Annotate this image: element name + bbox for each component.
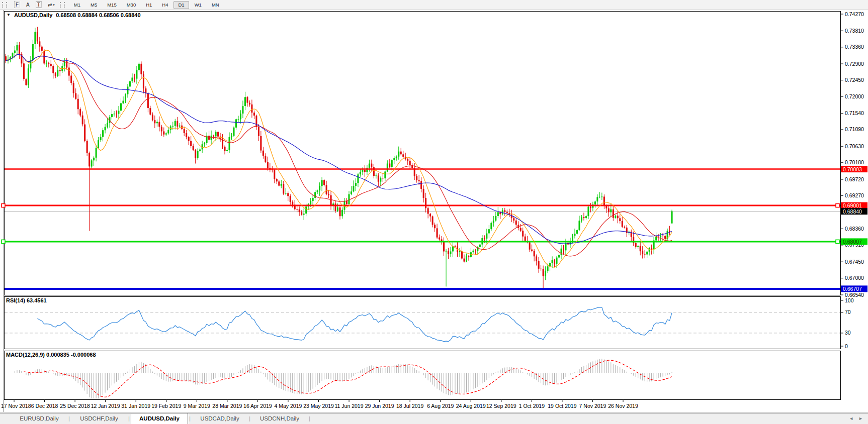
price-tick-label: 0.70180 bbox=[845, 159, 864, 165]
arrange-arrows-icon[interactable]: ⇄▾ bbox=[45, 1, 58, 9]
chart-symbol-label: AUDUSD,Daily bbox=[14, 12, 52, 18]
template-f-icon[interactable]: F bbox=[11, 1, 23, 9]
chart-canvas[interactable]: 0.742700.738100.733600.729000.724500.720… bbox=[0, 0, 868, 413]
date-tick-label: 29 Jun 2019 bbox=[365, 403, 394, 409]
toolbar-grip[interactable] bbox=[2, 2, 7, 8]
date-tick-label: 4 May 2019 bbox=[275, 403, 302, 409]
toolbar-separator bbox=[60, 2, 65, 8]
timeframe-m1-button[interactable]: M1 bbox=[69, 1, 85, 9]
date-tick-label: 6 Dec 2018 bbox=[31, 403, 58, 409]
price-tick-label: 0.73810 bbox=[845, 28, 864, 34]
top-toolbar: FAT⇄▾ M1M5M15M30H1H4D1W1MN bbox=[0, 0, 868, 10]
date-tick-label: 19 Oct 2019 bbox=[548, 403, 576, 409]
chart-tabs: EURUSD,Daily|USDCHF,Daily|AUDUSD,Daily|U… bbox=[0, 413, 868, 424]
tab-separator: | bbox=[248, 413, 251, 424]
hline-handle[interactable] bbox=[2, 204, 5, 207]
price-tick-label: 0.74270 bbox=[845, 11, 864, 17]
tab-usdcad[interactable]: USDCAD,Daily bbox=[192, 413, 248, 424]
date-tick-label: 28 Mar 2019 bbox=[212, 403, 242, 409]
svg-text:0.69001: 0.69001 bbox=[843, 202, 862, 208]
hline-handle[interactable] bbox=[2, 240, 5, 243]
tab-audusd[interactable]: AUDUSD,Daily bbox=[131, 413, 188, 424]
macd-panel-frame bbox=[5, 351, 841, 400]
collapse-triangle-icon[interactable]: ▼ bbox=[7, 13, 11, 17]
price-tick-label: 0.69720 bbox=[845, 176, 864, 182]
date-tick-label: 23 May 2019 bbox=[303, 403, 334, 409]
tab-eurusd[interactable]: EURUSD,Daily bbox=[11, 413, 67, 424]
svg-text:0.68007: 0.68007 bbox=[843, 239, 862, 245]
timeframe-m5-button[interactable]: M5 bbox=[86, 1, 102, 9]
tab-separator: | bbox=[67, 413, 71, 424]
price-tick-label: 0.72900 bbox=[845, 61, 864, 67]
date-tick-label: 26 Nov 2019 bbox=[608, 403, 638, 409]
date-tick-label: 16 Apr 2019 bbox=[243, 403, 272, 409]
arrange-arrows-icon: ⇄ bbox=[48, 2, 52, 8]
date-tick-label: 12 Jan 2019 bbox=[91, 403, 120, 409]
price-tick-label: 0.73360 bbox=[845, 44, 864, 50]
toolbar-tools: FAT⇄▾ bbox=[11, 1, 58, 9]
svg-text:0.68840: 0.68840 bbox=[843, 208, 862, 215]
tab-separator: | bbox=[188, 413, 192, 424]
tab-scroll-left-icon[interactable]: ◄ bbox=[849, 416, 853, 421]
timeframe-d1-button[interactable]: D1 bbox=[173, 1, 189, 9]
price-tick-label: 0.71540 bbox=[845, 110, 864, 116]
date-tick-label: 24 Aug 2019 bbox=[456, 403, 486, 409]
rsi-tick-label: 0 bbox=[845, 343, 848, 349]
timeframe-mn-button[interactable]: MN bbox=[207, 1, 224, 9]
price-tick-label: 0.67000 bbox=[845, 275, 864, 281]
rsi-panel-frame bbox=[5, 297, 841, 349]
date-tick-label: 11 Jun 2019 bbox=[335, 403, 364, 409]
date-tick-label: 6 Aug 2019 bbox=[427, 403, 454, 409]
price-axis[interactable]: 0.742700.738100.733600.729000.724500.720… bbox=[841, 11, 864, 349]
date-tick-label: 18 Jul 2019 bbox=[396, 403, 423, 409]
tab-usdcnh[interactable]: USDCNH,Daily bbox=[251, 413, 308, 424]
price-tick-label: 0.68360 bbox=[845, 226, 864, 232]
text-box-icon: T bbox=[36, 2, 42, 8]
timeframe-h4-button[interactable]: H4 bbox=[157, 1, 172, 9]
rsi-tick-label: 30 bbox=[845, 330, 851, 336]
dropdown-caret-icon[interactable]: ▾ bbox=[53, 3, 55, 7]
template-f-icon: F bbox=[14, 2, 20, 8]
date-tick-label: 12 Sep 2019 bbox=[486, 403, 516, 409]
chart-title: ▼ AUDUSD,Daily 0.68508 0.68884 0.68506 0… bbox=[7, 12, 141, 18]
timeframe-h1-button[interactable]: H1 bbox=[141, 1, 156, 9]
date-tick-label: 7 Nov 2019 bbox=[579, 403, 606, 409]
rsi-indicator-label: RSI(14) 63.4561 bbox=[6, 297, 47, 303]
tab-separator: | bbox=[127, 413, 131, 424]
price-tick-label: 0.72000 bbox=[845, 93, 864, 99]
date-tick-label: 31 Jan 2019 bbox=[121, 403, 150, 409]
rsi-tick-label: 70 bbox=[845, 309, 851, 315]
date-tick-label: 1 Oct 2019 bbox=[519, 403, 545, 409]
date-tick-label: 17 Nov 2018 bbox=[1, 403, 31, 409]
timeframe-m15-button[interactable]: M15 bbox=[103, 1, 121, 9]
svg-text:0.66707: 0.66707 bbox=[843, 286, 862, 292]
chart-ohlc-values: 0.68508 0.68884 0.68506 0.68840 bbox=[56, 12, 140, 18]
tab-scroll-right-icon[interactable]: ► bbox=[858, 416, 863, 421]
toolbar-timeframes: M1M5M15M30H1H4D1W1MN bbox=[69, 1, 224, 9]
svg-text:0.70003: 0.70003 bbox=[843, 166, 862, 172]
price-tick-label: 0.72450 bbox=[845, 77, 864, 83]
annotate-text-a-icon[interactable]: A bbox=[23, 1, 33, 9]
text-box-icon[interactable]: T bbox=[33, 1, 45, 9]
hline-handle[interactable] bbox=[836, 204, 839, 207]
hline-handle[interactable] bbox=[836, 240, 839, 243]
date-tick-label: 19 Feb 2019 bbox=[151, 403, 181, 409]
date-tick-label: 25 Dec 2018 bbox=[60, 403, 90, 409]
tab-usdchf[interactable]: USDCHF,Daily bbox=[71, 413, 127, 424]
rsi-tick-label: 100 bbox=[845, 297, 854, 303]
timeframe-w1-button[interactable]: W1 bbox=[190, 1, 206, 9]
price-tick-label: 0.67450 bbox=[845, 259, 864, 265]
tab-scroll-arrows: ◄ ► bbox=[849, 416, 863, 421]
tab-separator: | bbox=[308, 413, 311, 424]
date-axis[interactable]: 17 Nov 20186 Dec 201825 Dec 201812 Jan 2… bbox=[1, 399, 638, 409]
price-tick-label: 0.71090 bbox=[845, 126, 864, 132]
price-tick-label: 0.69270 bbox=[845, 192, 864, 198]
date-tick-label: 9 Mar 2019 bbox=[184, 403, 210, 409]
macd-indicator-label: MACD(12,26,9) 0.000835 -0.000068 bbox=[6, 352, 96, 358]
timeframe-m30-button[interactable]: M30 bbox=[122, 1, 140, 9]
annotate-text-a-icon: A bbox=[26, 2, 30, 8]
main-chart-frame bbox=[5, 12, 841, 295]
price-tick-label: 0.70630 bbox=[845, 143, 864, 149]
